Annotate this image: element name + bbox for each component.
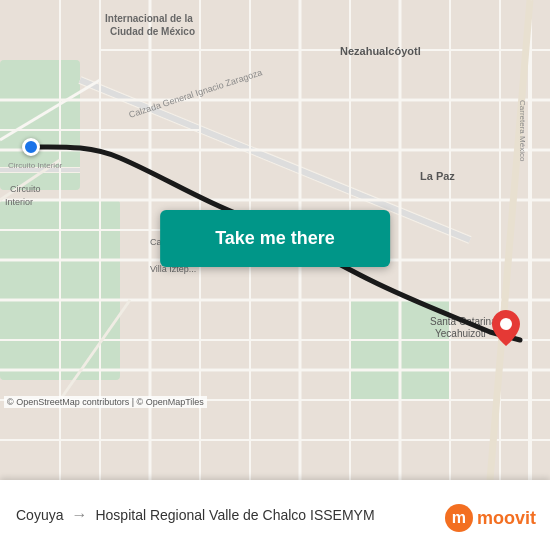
map-attribution: © OpenStreetMap contributors | © OpenMap…: [4, 396, 207, 408]
svg-text:Circuito: Circuito: [10, 184, 41, 194]
end-marker: [492, 310, 520, 346]
map-container: Calzada General Ignacio Zaragoza Circuit…: [0, 0, 550, 480]
svg-text:Internacional de la: Internacional de la: [105, 13, 193, 24]
svg-point-48: [500, 318, 512, 330]
moovit-logo: m moovit: [445, 504, 536, 532]
start-marker: [22, 138, 40, 156]
svg-text:Circuito Interior: Circuito Interior: [8, 161, 63, 170]
svg-text:La Paz: La Paz: [420, 170, 455, 182]
take-me-there-button[interactable]: Take me there: [160, 210, 390, 267]
moovit-logo-text: moovit: [477, 508, 536, 529]
route-to: Hospital Regional Valle de Chalco ISSEMY…: [95, 507, 374, 523]
route-arrow-icon: →: [71, 506, 87, 524]
bottom-bar: Coyuya → Hospital Regional Valle de Chal…: [0, 480, 550, 550]
svg-text:Carretera México: Carretera México: [518, 100, 527, 162]
svg-text:Nezahualcóyotl: Nezahualcóyotl: [340, 45, 421, 57]
svg-text:Ciudad de México: Ciudad de México: [110, 26, 195, 37]
svg-text:Interior: Interior: [5, 197, 33, 207]
svg-text:Yecahuizotl: Yecahuizotl: [435, 328, 486, 339]
svg-text:Santa Catarina: Santa Catarina: [430, 316, 497, 327]
moovit-logo-icon: m: [445, 504, 473, 532]
route-from: Coyuya: [16, 507, 63, 523]
